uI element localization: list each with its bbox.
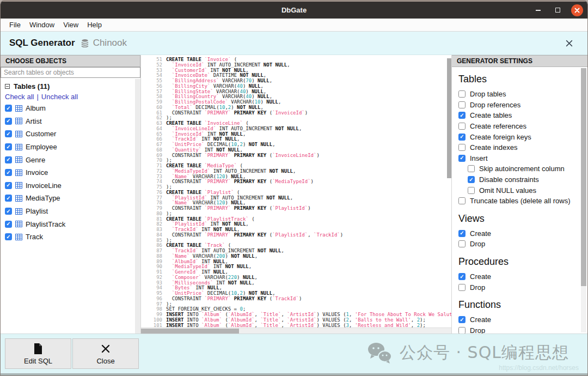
- search-input[interactable]: [1, 67, 140, 78]
- checkbox[interactable]: [5, 105, 12, 112]
- option-functions-create[interactable]: Create: [458, 314, 580, 325]
- option-tables-disable-constraints[interactable]: Disable constraints: [458, 174, 580, 185]
- checkbox[interactable]: [458, 155, 465, 162]
- minimize-button[interactable]: [532, 4, 544, 16]
- maximize-button[interactable]: [552, 4, 564, 16]
- tables-group[interactable]: Tables (11): [5, 81, 140, 92]
- sidebar-item-track[interactable]: Track: [5, 231, 140, 244]
- checkbox[interactable]: [458, 197, 465, 204]
- option-tables-omit-null-values[interactable]: Omit NULL values: [458, 185, 580, 196]
- checkbox[interactable]: [468, 187, 475, 194]
- checkbox[interactable]: [468, 176, 475, 183]
- edit-sql-label: Edit SQL: [24, 357, 52, 365]
- table-icon: [15, 105, 22, 112]
- table-name: Album: [26, 104, 46, 112]
- menu-item-view[interactable]: View: [59, 21, 83, 29]
- sidebar-item-album[interactable]: Album: [5, 102, 140, 115]
- left-panel-scrollbar[interactable]: [135, 79, 140, 333]
- checkbox[interactable]: [5, 143, 12, 150]
- option-tables-create-tables[interactable]: Create tables: [458, 110, 580, 121]
- checkbox[interactable]: [458, 144, 465, 151]
- table-name: Playlist: [26, 207, 48, 215]
- checkbox[interactable]: [5, 130, 12, 137]
- checkbox[interactable]: [458, 90, 465, 98]
- menu-item-window[interactable]: Window: [25, 21, 59, 29]
- check-all-link[interactable]: Check all: [5, 93, 34, 101]
- option-tables-create-foreign-keys[interactable]: Create foreign keys: [458, 131, 580, 142]
- scrollbar-thumb[interactable]: [141, 329, 239, 333]
- watermark-text: 公众号 · SQL编程思想: [400, 342, 569, 364]
- code-area[interactable]: CREATE TABLE `Invoice` ( `InvoiceId` INT…: [166, 57, 451, 333]
- checkbox[interactable]: [458, 316, 465, 323]
- menu-item-file[interactable]: File: [5, 21, 25, 29]
- checkbox[interactable]: [5, 208, 12, 215]
- editor-vertical-scrollbar[interactable]: [447, 56, 451, 327]
- checkbox[interactable]: [458, 327, 465, 333]
- checkbox[interactable]: [458, 273, 465, 280]
- checkbox[interactable]: [5, 156, 12, 163]
- database-icon: [81, 39, 89, 47]
- menu-item-help[interactable]: Help: [83, 21, 106, 29]
- checkbox[interactable]: [5, 195, 12, 202]
- option-tables-drop-tables[interactable]: Drop tables: [458, 89, 580, 100]
- sidebar-item-playlist[interactable]: Playlist: [5, 205, 140, 218]
- sidebar-item-customer[interactable]: Customer: [5, 128, 140, 141]
- section-heading-procedures: Procedures: [458, 256, 580, 268]
- checkbox[interactable]: [5, 182, 12, 189]
- close-button[interactable]: Close: [72, 338, 139, 369]
- option-tables-insert[interactable]: Insert: [458, 153, 580, 164]
- option-tables-create-references[interactable]: Create references: [458, 121, 580, 132]
- checkbox[interactable]: [5, 169, 12, 176]
- table-name: Track: [26, 233, 43, 241]
- close-window-button[interactable]: [571, 4, 583, 16]
- collapse-icon[interactable]: [5, 84, 10, 89]
- edit-sql-button[interactable]: Edit SQL: [5, 338, 71, 369]
- option-functions-drop[interactable]: Drop: [458, 325, 580, 334]
- checkbox[interactable]: [458, 284, 465, 291]
- checkbox[interactable]: [468, 165, 475, 172]
- code-line: CONSTRAINT `PRIMARY` PRIMARY KEY (`Playl…: [166, 206, 451, 211]
- option-views-create[interactable]: Create: [458, 228, 580, 239]
- scrollbar-thumb[interactable]: [581, 68, 586, 286]
- option-label: Create: [470, 316, 491, 324]
- option-tables-drop-references[interactable]: Drop references: [458, 100, 580, 111]
- sidebar-item-artist[interactable]: Artist: [5, 115, 140, 128]
- sidebar-item-mediatype[interactable]: MediaType: [5, 192, 140, 205]
- checkbox[interactable]: [458, 240, 465, 247]
- option-tables-skip-autoincrement-column[interactable]: Skip autoincrement column: [458, 163, 580, 174]
- editor-horizontal-scrollbar[interactable]: [141, 328, 451, 333]
- checkbox[interactable]: [5, 118, 12, 125]
- option-label: Disable constraints: [479, 175, 539, 184]
- option-label: Create indexes: [470, 143, 517, 151]
- sidebar-item-invoiceline[interactable]: InvoiceLine: [5, 179, 140, 192]
- sidebar-item-invoice[interactable]: Invoice: [5, 166, 140, 179]
- option-label: Omit NULL values: [479, 186, 536, 195]
- uncheck-all-link[interactable]: Uncheck all: [41, 93, 78, 101]
- checkbox[interactable]: [458, 134, 465, 141]
- title-bar[interactable]: DbGate: [1, 1, 587, 19]
- code-line: CONSTRAINT `PRIMARY` PRIMARY KEY (`Track…: [166, 296, 451, 302]
- checkbox[interactable]: [5, 233, 12, 240]
- option-tables-create-indexes[interactable]: Create indexes: [458, 142, 580, 153]
- option-procedures-drop[interactable]: Drop: [458, 282, 580, 293]
- checkbox[interactable]: [458, 101, 465, 108]
- option-tables-truncate-tables-delete-all-rows[interactable]: Truncate tables (delete all rows): [458, 196, 580, 207]
- sidebar-item-genre[interactable]: Genre: [5, 153, 140, 166]
- sql-editor[interactable]: 5152535455565758596061626364656667686970…: [141, 55, 451, 333]
- option-label: Insert: [470, 154, 488, 162]
- checkbox[interactable]: [458, 230, 465, 237]
- close-generator-button[interactable]: [565, 39, 573, 47]
- dbgate-window: DbGate FileWindowViewHelp SQL Generator …: [0, 0, 588, 376]
- scrollbar-thumb[interactable]: [447, 58, 451, 178]
- option-procedures-create[interactable]: Create: [458, 271, 580, 282]
- sidebar-item-playlisttrack[interactable]: PlaylistTrack: [5, 217, 140, 231]
- checkbox[interactable]: [5, 221, 12, 228]
- settings-scrollbar[interactable]: [581, 68, 586, 332]
- generator-settings-panel: GENERATOR SETTINGS TablesDrop tablesDrop…: [451, 55, 587, 333]
- option-views-drop[interactable]: Drop: [458, 239, 580, 250]
- checkbox[interactable]: [458, 123, 465, 130]
- checkbox[interactable]: [458, 112, 465, 119]
- close-label: Close: [96, 357, 114, 365]
- sidebar-item-employee[interactable]: Employee: [5, 141, 140, 154]
- close-icon: [100, 343, 111, 355]
